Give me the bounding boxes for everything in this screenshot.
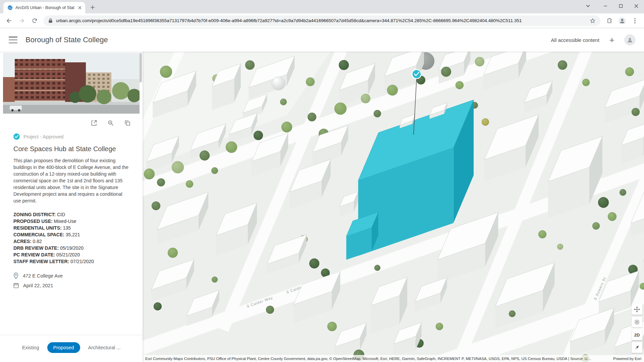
- window-minimize-button[interactable]: [598, 0, 613, 12]
- scenario-tab-architectural[interactable]: Architectural ...: [82, 342, 127, 353]
- address-bar[interactable]: urban.arcgis.com/projects/d0ce5dfba19e45…: [44, 15, 600, 26]
- menu-hamburger-button[interactable]: [9, 37, 17, 43]
- project-address-row: 472 E College Ave: [0, 273, 143, 279]
- tree: [306, 77, 315, 86]
- tree: [625, 67, 634, 76]
- panel-scrollbar[interactable]: [140, 53, 142, 82]
- tree: [212, 277, 218, 283]
- scenario-tab-existing[interactable]: Existing: [16, 342, 45, 353]
- map-canvas[interactable]: S Calder WayS Calder WayS Sowers St: [143, 52, 644, 362]
- browser-profile-avatar[interactable]: [616, 15, 628, 26]
- tree: [168, 248, 178, 258]
- project-field: ZONING DISTRICT: CID: [13, 211, 129, 218]
- tree: [374, 265, 380, 271]
- powered-by-esri: Powered by Esri: [613, 357, 641, 361]
- tree: [598, 197, 609, 208]
- tree: [200, 150, 210, 161]
- scenario-bar: ExistingProposedArchitectural ...: [0, 335, 143, 362]
- browser-tab[interactable]: ArcGIS Urban - Borough of State: [3, 2, 85, 13]
- field-label: ACRES:: [13, 239, 32, 244]
- map-attribution: Esri Community Maps Contributors, PSU Of…: [143, 355, 644, 362]
- tree: [308, 113, 316, 121]
- accessible-content-filter[interactable]: All accessible content: [551, 37, 599, 43]
- scenario-tab-proposed[interactable]: Proposed: [47, 342, 80, 353]
- tree: [592, 222, 600, 230]
- tree: [620, 189, 626, 196]
- attribution-text: Esri Community Maps Contributors, PSU Of…: [145, 357, 608, 361]
- browser-menu-kebab-icon[interactable]: [629, 15, 641, 26]
- tree: [582, 79, 590, 86]
- browser-url-bar: urban.arcgis.com/projects/d0ce5dfba19e45…: [0, 13, 644, 28]
- browser-tab-strip: ArcGIS Urban - Borough of State: [0, 0, 644, 13]
- window-maximize-button[interactable]: [613, 0, 629, 12]
- extensions-puzzle-icon[interactable]: [604, 15, 615, 26]
- status-label: Project - Approved: [23, 134, 63, 139]
- tree: [361, 94, 370, 103]
- project-actions: [0, 114, 143, 130]
- tree: [226, 141, 237, 153]
- daylight-button[interactable]: [632, 317, 642, 327]
- back-button[interactable]: [3, 15, 15, 26]
- zoom-to-project-button[interactable]: [107, 119, 114, 127]
- location-pin-icon: [13, 273, 18, 279]
- lock-icon: [48, 18, 53, 23]
- tree: [280, 99, 287, 105]
- pan-mode-button[interactable]: [632, 304, 642, 315]
- refresh-button[interactable]: [29, 15, 40, 26]
- dome-building: [272, 77, 285, 90]
- forward-button[interactable]: [16, 15, 28, 26]
- open-in-new-button[interactable]: [90, 119, 98, 127]
- map-viewport[interactable]: S Calder WayS Calder WayS Sowers St 2D E…: [143, 52, 644, 362]
- tree: [608, 212, 616, 221]
- tree: [254, 131, 263, 140]
- project-field: PC REVIEW DATE: 05/21/2020: [13, 251, 129, 258]
- tree: [245, 60, 255, 70]
- compass-icon: [633, 344, 641, 351]
- user-avatar[interactable]: [625, 35, 635, 45]
- project-date: April 22, 2021: [23, 283, 53, 288]
- compass-button[interactable]: [632, 342, 642, 353]
- tab-search-chevron-icon[interactable]: [583, 1, 593, 11]
- tree: [160, 66, 172, 78]
- project-status: Project - Approved: [0, 130, 143, 140]
- field-label: STAFF REVIEW LETTER:: [13, 259, 69, 264]
- tree: [327, 322, 337, 331]
- main-content: Project - Approved Core Spaces Hub at St…: [0, 52, 644, 362]
- bookmark-star-icon[interactable]: [590, 18, 596, 24]
- tab-close-icon[interactable]: [77, 5, 83, 10]
- tree: [172, 161, 184, 173]
- tree: [211, 167, 218, 174]
- project-field: STAFF REVIEW LETTER: 07/21/2020: [13, 258, 129, 265]
- field-label: ZONING DISTRICT:: [13, 212, 56, 217]
- calendar-icon: [13, 283, 19, 288]
- tree: [157, 178, 165, 186]
- tree: [266, 306, 274, 314]
- tree: [339, 60, 349, 70]
- tree: [538, 230, 546, 238]
- tree: [436, 323, 443, 330]
- arcgis-favicon-icon: [7, 5, 13, 10]
- person-icon: [627, 37, 633, 43]
- header-right: All accessible content +: [551, 35, 635, 45]
- scenario-switcher: ExistingProposedArchitectural ...: [16, 342, 127, 353]
- window-controls: [583, 0, 644, 12]
- add-plan-button[interactable]: +: [609, 36, 614, 44]
- tree: [557, 244, 563, 250]
- field-value: Mixed-Use: [54, 219, 76, 224]
- toggle-2d-button[interactable]: 2D: [632, 329, 642, 340]
- duplicate-button[interactable]: [124, 119, 131, 127]
- field-value: 0.82: [33, 239, 42, 244]
- field-label: DRB REVIEW DATE:: [13, 245, 59, 251]
- marker-check-circle: [412, 70, 421, 79]
- project-field: RESIDENTIAL UNITS: 135: [13, 225, 129, 231]
- field-value: CID: [57, 212, 65, 217]
- tree: [387, 85, 398, 96]
- tree: [509, 310, 516, 317]
- window-close-button[interactable]: [629, 0, 644, 12]
- new-tab-button[interactable]: [88, 3, 97, 12]
- tree: [144, 169, 155, 179]
- tree: [441, 67, 451, 77]
- tree: [281, 122, 292, 132]
- project-field: COMMERCIAL SPACE: 35,221: [13, 231, 129, 238]
- tree: [152, 201, 160, 210]
